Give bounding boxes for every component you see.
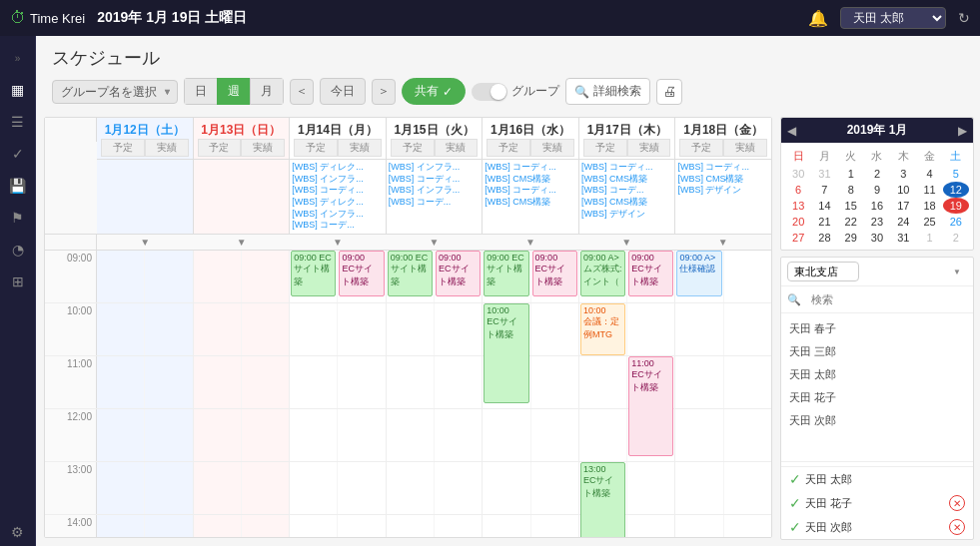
mini-cal-day[interactable]: 18	[916, 198, 942, 214]
mini-cal-day[interactable]: 30	[785, 166, 811, 182]
remove-jiro-btn[interactable]: ✕	[949, 519, 965, 535]
mini-cal-day[interactable]: 15	[838, 198, 864, 214]
mini-cal-prev[interactable]: ◀	[787, 124, 796, 138]
view-day-btn[interactable]: 日	[184, 78, 217, 105]
mini-cal-day[interactable]: 3	[890, 166, 916, 182]
event-14-yotei-09[interactable]: 09:00 ECサイト構築	[291, 251, 336, 296]
mini-cal-day[interactable]: 5	[943, 166, 969, 182]
yotei-jisseki-sun: 予定 実績	[198, 139, 286, 157]
expand-18[interactable]: ▼	[675, 235, 771, 250]
mini-cal-day[interactable]: 20	[785, 214, 811, 230]
view-month-btn[interactable]: 月	[250, 78, 284, 105]
expand-15[interactable]: ▼	[386, 235, 482, 250]
member-item[interactable]: 天田 花子	[781, 386, 973, 409]
view-week-btn[interactable]: 週	[217, 78, 250, 105]
mini-cal-day[interactable]: 1	[916, 230, 942, 246]
branch-select[interactable]: 東北支店	[787, 262, 859, 281]
event-17-jisseki-09[interactable]: 09:00ECサイト構築	[628, 251, 673, 296]
mini-cal-day[interactable]: 2	[864, 166, 890, 182]
sidebar-calendar-icon[interactable]: ▦	[4, 76, 32, 104]
branch-select-wrap[interactable]: 東北支店	[787, 262, 967, 281]
mini-cal-day[interactable]: 13	[785, 198, 811, 214]
mini-cal-day[interactable]: 28	[811, 230, 837, 246]
notification-icon[interactable]: 🔔	[808, 9, 828, 28]
remove-hanako-btn[interactable]: ✕	[949, 495, 965, 511]
mini-cal-day[interactable]: 1	[838, 166, 864, 182]
share-btn[interactable]: 共有 ✓	[402, 78, 466, 105]
mini-cal-day[interactable]: 10	[890, 182, 916, 198]
day-cell-18-14	[675, 515, 771, 537]
yotei-jisseki-14: 予定 実績	[294, 139, 382, 157]
sidebar-flag-icon[interactable]: ⚑	[4, 204, 32, 232]
sub-jisseki-15-12	[435, 409, 482, 461]
sidebar-gear-icon[interactable]: ⚙	[4, 518, 32, 546]
mini-cal-day[interactable]: 2	[943, 230, 969, 246]
mini-cal-day[interactable]: 31	[811, 166, 837, 182]
sub-jisseki-17-14	[627, 515, 674, 537]
mini-cal-day[interactable]: 11	[916, 182, 942, 198]
next-btn[interactable]: ＞	[372, 79, 396, 105]
mini-cal-day[interactable]: 9	[864, 182, 890, 198]
mini-cal-day[interactable]: 14	[811, 198, 837, 214]
group-select-wrap[interactable]: グループ名を選択 ▼	[52, 80, 178, 104]
sidebar-grid-icon[interactable]: ⊞	[4, 268, 32, 295]
sidebar-list-icon[interactable]: ☰	[4, 108, 32, 136]
mini-cal-day[interactable]: 21	[811, 214, 837, 230]
mini-cal-day[interactable]: 29	[838, 230, 864, 246]
expand-14[interactable]: ▼	[290, 235, 386, 250]
print-btn[interactable]: 🖨	[656, 79, 682, 105]
event-15-yotei-09[interactable]: 09:00 ECサイト構築	[388, 251, 433, 296]
event-16-yotei-10[interactable]: 10:00ECサイト構築	[484, 303, 528, 403]
mini-cal-day[interactable]: 25	[916, 214, 942, 230]
sub-jisseki-18-13	[724, 462, 771, 514]
user-selector[interactable]: 天田 太郎	[840, 7, 946, 29]
event-16-yotei-09[interactable]: 09:00 ECサイト構築	[484, 251, 528, 296]
event-16-jisseki-09[interactable]: 09:00ECサイト構築	[532, 251, 577, 296]
sidebar-check-icon[interactable]: ✓	[4, 140, 32, 168]
mini-cal-day[interactable]: 30	[864, 230, 890, 246]
sidebar-expand-icon[interactable]: »	[4, 44, 32, 72]
group-toggle[interactable]	[472, 83, 507, 101]
refresh-icon[interactable]: ↻	[958, 10, 970, 26]
mini-cal-day[interactable]: 16	[864, 198, 890, 214]
mini-cal-day[interactable]: 17	[890, 198, 916, 214]
sidebar-chart-icon[interactable]: ◔	[4, 236, 32, 264]
group-select[interactable]: グループ名を選択	[52, 80, 178, 104]
mini-cal-day-12[interactable]: 12	[943, 182, 969, 198]
member-item[interactable]: 天田 次郎	[781, 409, 973, 432]
expand-sun[interactable]: ▼	[193, 235, 289, 250]
mini-cal-day[interactable]: 6	[785, 182, 811, 198]
share-label: 共有	[415, 83, 439, 100]
mini-cal-day[interactable]: 31	[890, 230, 916, 246]
mini-cal-day[interactable]: 26	[943, 214, 969, 230]
mini-cal-next[interactable]: ▶	[958, 124, 967, 138]
mini-cal-day[interactable]: 27	[785, 230, 811, 246]
mini-cal-day[interactable]: 23	[864, 214, 890, 230]
mini-cal-day-19[interactable]: 19	[943, 198, 969, 214]
member-item[interactable]: 天田 三郎	[781, 340, 973, 363]
expand-17[interactable]: ▼	[578, 235, 674, 250]
search-detail-btn[interactable]: 🔍 詳細検索	[565, 78, 650, 105]
event-17-yotei-13[interactable]: 13:00ECサイト構築	[580, 462, 625, 537]
mini-cal-day[interactable]: 4	[916, 166, 942, 182]
expand-16[interactable]: ▼	[483, 235, 578, 250]
mini-cal-day[interactable]: 7	[811, 182, 837, 198]
event-17-yotei-10[interactable]: 10:00会議：定例MTG	[580, 303, 625, 355]
expand-sat[interactable]: ▼	[97, 235, 193, 250]
sidebar-save-icon[interactable]: 💾	[4, 172, 32, 200]
event-14-jisseki-09[interactable]: 09:00ECサイト構築	[339, 251, 384, 296]
event-18-yotei-09[interactable]: 09:00 A>仕様確認	[676, 251, 721, 296]
mini-cal-day[interactable]: 24	[890, 214, 916, 230]
today-btn[interactable]: 今日	[320, 78, 366, 105]
member-item[interactable]: 天田 太郎	[781, 363, 973, 386]
grid-scroll-area[interactable]: 09:00	[45, 251, 771, 537]
event-17-jisseki-11[interactable]: 11:00ECサイト構築	[628, 356, 673, 456]
group-search-input[interactable]	[805, 290, 967, 308]
sub-yotei-15-09: 09:00 ECサイト構築	[387, 251, 435, 302]
mini-cal-day[interactable]: 8	[838, 182, 864, 198]
event-15-jisseki-09[interactable]: 09:00ECサイト構築	[436, 251, 481, 296]
mini-cal-day[interactable]: 22	[838, 214, 864, 230]
prev-btn[interactable]: ＜	[290, 79, 314, 105]
member-item[interactable]: 天田 春子	[781, 317, 973, 340]
event-17-yotei-09[interactable]: 09:00 A>ムズ株式: イント（	[580, 251, 625, 296]
